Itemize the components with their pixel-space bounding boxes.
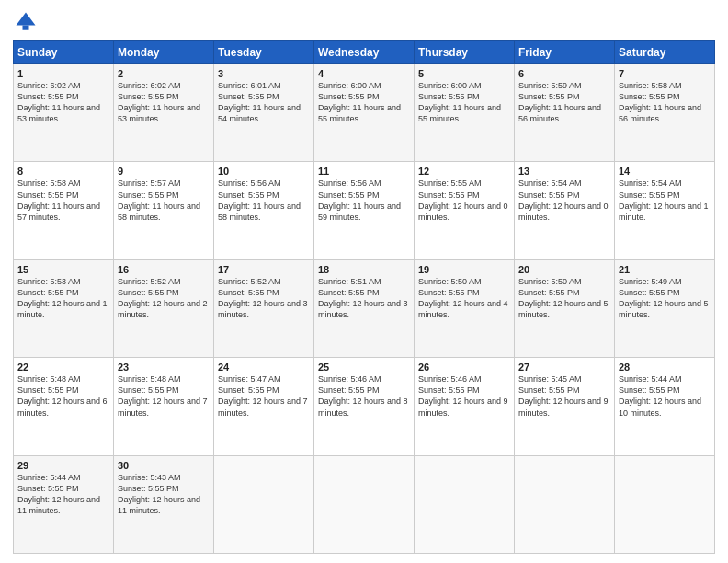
day-number: 19 [418, 264, 510, 275]
logo [13, 9, 42, 35]
day-number: 25 [318, 362, 410, 373]
day-cell: 29 Sunrise: 5:44 AMSunset: 5:55 PMDaylig… [14, 455, 114, 553]
weekday-header: Thursday [415, 41, 515, 64]
day-cell: 7 Sunrise: 5:58 AMSunset: 5:55 PMDayligh… [615, 64, 715, 162]
weekday-row: SundayMondayTuesdayWednesdayThursdayFrid… [14, 41, 715, 64]
day-content: Sunrise: 5:44 AMSunset: 5:55 PMDaylight:… [17, 472, 109, 517]
day-cell: 23 Sunrise: 5:48 AMSunset: 5:55 PMDaylig… [114, 358, 214, 455]
weekday-header: Tuesday [214, 41, 314, 64]
day-number: 23 [118, 362, 210, 373]
day-cell: 24 Sunrise: 5:47 AMSunset: 5:55 PMDaylig… [214, 358, 314, 455]
day-cell: 25 Sunrise: 5:46 AMSunset: 5:55 PMDaylig… [314, 358, 415, 455]
day-number: 15 [17, 264, 109, 275]
day-number: 16 [118, 264, 210, 275]
day-content: Sunrise: 5:58 AMSunset: 5:55 PMDaylight:… [619, 80, 711, 125]
day-content: Sunrise: 5:50 AMSunset: 5:55 PMDaylight:… [518, 276, 610, 321]
weekday-header: Friday [515, 41, 615, 64]
day-cell: 10 Sunrise: 5:56 AMSunset: 5:55 PMDaylig… [214, 162, 314, 259]
week-row: 15 Sunrise: 5:53 AMSunset: 5:55 PMDaylig… [14, 259, 715, 357]
svg-marker-0 [17, 13, 36, 26]
day-number: 10 [218, 166, 310, 177]
day-content: Sunrise: 5:43 AMSunset: 5:55 PMDaylight:… [118, 472, 210, 517]
day-content: Sunrise: 6:02 AMSunset: 5:55 PMDaylight:… [118, 80, 210, 125]
logo-icon [13, 9, 39, 35]
day-content: Sunrise: 5:44 AMSunset: 5:55 PMDaylight:… [619, 373, 711, 419]
day-number: 6 [518, 68, 610, 79]
day-cell: 28 Sunrise: 5:44 AMSunset: 5:55 PMDaylig… [615, 358, 715, 455]
day-cell: 14 Sunrise: 5:54 AMSunset: 5:55 PMDaylig… [615, 162, 715, 259]
weekday-header: Saturday [615, 41, 715, 64]
calendar-header: SundayMondayTuesdayWednesdayThursdayFrid… [14, 41, 715, 64]
day-cell: 20 Sunrise: 5:50 AMSunset: 5:55 PMDaylig… [515, 259, 615, 357]
day-content: Sunrise: 5:53 AMSunset: 5:55 PMDaylight:… [17, 276, 109, 321]
day-cell [615, 455, 715, 553]
day-content: Sunrise: 5:51 AMSunset: 5:55 PMDaylight:… [318, 276, 410, 321]
day-cell: 26 Sunrise: 5:46 AMSunset: 5:55 PMDaylig… [415, 358, 515, 455]
day-number: 30 [118, 460, 210, 471]
day-number: 4 [318, 68, 410, 79]
day-number: 8 [17, 166, 109, 177]
day-number: 14 [619, 166, 711, 177]
week-row: 1 Sunrise: 6:02 AMSunset: 5:55 PMDayligh… [14, 64, 715, 162]
calendar-table: SundayMondayTuesdayWednesdayThursdayFrid… [13, 40, 715, 554]
day-number: 29 [17, 460, 109, 471]
day-cell: 1 Sunrise: 6:02 AMSunset: 5:55 PMDayligh… [14, 64, 114, 162]
day-number: 24 [218, 362, 310, 373]
day-cell: 15 Sunrise: 5:53 AMSunset: 5:55 PMDaylig… [14, 259, 114, 357]
day-content: Sunrise: 5:58 AMSunset: 5:55 PMDaylight:… [17, 178, 109, 223]
day-cell: 18 Sunrise: 5:51 AMSunset: 5:55 PMDaylig… [314, 259, 415, 357]
day-cell: 22 Sunrise: 5:48 AMSunset: 5:55 PMDaylig… [14, 358, 114, 455]
day-number: 21 [619, 264, 711, 275]
day-content: Sunrise: 5:52 AMSunset: 5:55 PMDaylight:… [218, 276, 310, 321]
day-content: Sunrise: 5:49 AMSunset: 5:55 PMDaylight:… [619, 276, 711, 321]
week-row: 22 Sunrise: 5:48 AMSunset: 5:55 PMDaylig… [14, 358, 715, 455]
day-content: Sunrise: 5:48 AMSunset: 5:55 PMDaylight:… [17, 373, 109, 419]
week-row: 29 Sunrise: 5:44 AMSunset: 5:55 PMDaylig… [14, 455, 715, 553]
day-content: Sunrise: 5:50 AMSunset: 5:55 PMDaylight:… [418, 276, 510, 321]
day-content: Sunrise: 6:00 AMSunset: 5:55 PMDaylight:… [318, 80, 410, 125]
calendar-body: 1 Sunrise: 6:02 AMSunset: 5:55 PMDayligh… [14, 64, 715, 554]
day-number: 2 [118, 68, 210, 79]
weekday-header: Sunday [14, 41, 114, 64]
day-cell: 3 Sunrise: 6:01 AMSunset: 5:55 PMDayligh… [214, 64, 314, 162]
day-number: 1 [17, 68, 109, 79]
day-content: Sunrise: 5:46 AMSunset: 5:55 PMDaylight:… [318, 373, 410, 419]
day-cell: 16 Sunrise: 5:52 AMSunset: 5:55 PMDaylig… [114, 259, 214, 357]
day-cell: 8 Sunrise: 5:58 AMSunset: 5:55 PMDayligh… [14, 162, 114, 259]
svg-rect-1 [23, 26, 29, 30]
day-cell: 21 Sunrise: 5:49 AMSunset: 5:55 PMDaylig… [615, 259, 715, 357]
day-content: Sunrise: 5:59 AMSunset: 5:55 PMDaylight:… [518, 80, 610, 125]
day-content: Sunrise: 5:52 AMSunset: 5:55 PMDaylight:… [118, 276, 210, 321]
day-cell: 19 Sunrise: 5:50 AMSunset: 5:55 PMDaylig… [415, 259, 515, 357]
day-content: Sunrise: 6:01 AMSunset: 5:55 PMDaylight:… [218, 80, 310, 125]
day-content: Sunrise: 5:55 AMSunset: 5:55 PMDaylight:… [418, 178, 510, 223]
day-cell: 6 Sunrise: 5:59 AMSunset: 5:55 PMDayligh… [515, 64, 615, 162]
weekday-header: Wednesday [314, 41, 415, 64]
day-cell [314, 455, 415, 553]
day-cell: 4 Sunrise: 6:00 AMSunset: 5:55 PMDayligh… [314, 64, 415, 162]
day-number: 12 [418, 166, 510, 177]
day-number: 17 [218, 264, 310, 275]
day-number: 26 [418, 362, 510, 373]
day-cell: 13 Sunrise: 5:54 AMSunset: 5:55 PMDaylig… [515, 162, 615, 259]
day-cell: 30 Sunrise: 5:43 AMSunset: 5:55 PMDaylig… [114, 455, 214, 553]
day-cell: 5 Sunrise: 6:00 AMSunset: 5:55 PMDayligh… [415, 64, 515, 162]
day-content: Sunrise: 5:47 AMSunset: 5:55 PMDaylight:… [218, 373, 310, 419]
day-cell: 9 Sunrise: 5:57 AMSunset: 5:55 PMDayligh… [114, 162, 214, 259]
day-number: 7 [619, 68, 711, 79]
day-cell [415, 455, 515, 553]
day-number: 18 [318, 264, 410, 275]
day-cell: 17 Sunrise: 5:52 AMSunset: 5:55 PMDaylig… [214, 259, 314, 357]
day-content: Sunrise: 5:46 AMSunset: 5:55 PMDaylight:… [418, 373, 510, 419]
day-cell: 27 Sunrise: 5:45 AMSunset: 5:55 PMDaylig… [515, 358, 615, 455]
day-cell [214, 455, 314, 553]
day-content: Sunrise: 5:54 AMSunset: 5:55 PMDaylight:… [619, 178, 711, 223]
day-content: Sunrise: 6:02 AMSunset: 5:55 PMDaylight:… [17, 80, 109, 125]
header [13, 9, 715, 35]
day-content: Sunrise: 5:56 AMSunset: 5:55 PMDaylight:… [318, 178, 410, 223]
day-number: 11 [318, 166, 410, 177]
day-cell [515, 455, 615, 553]
day-content: Sunrise: 5:57 AMSunset: 5:55 PMDaylight:… [118, 178, 210, 223]
calendar-page: SundayMondayTuesdayWednesdayThursdayFrid… [0, 0, 728, 563]
day-content: Sunrise: 5:56 AMSunset: 5:55 PMDaylight:… [218, 178, 310, 223]
